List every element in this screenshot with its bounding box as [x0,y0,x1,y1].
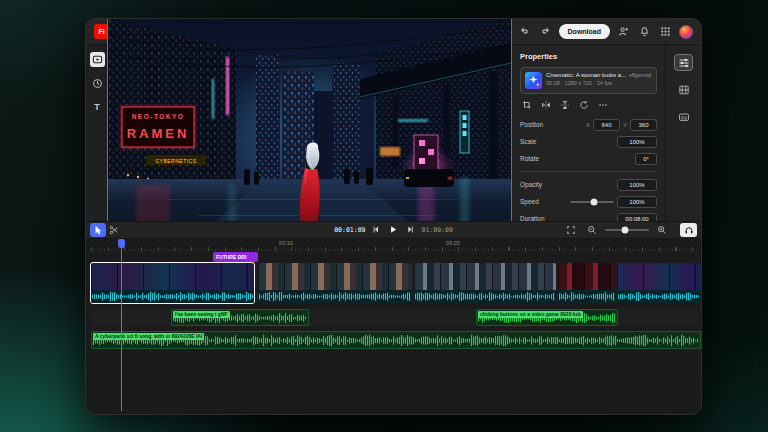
fit-timeline-button[interactable] [563,223,579,237]
share-invite-button[interactable] [616,24,631,39]
scale-input[interactable]: 100% [617,136,657,148]
tune-icon [678,57,690,69]
captions-icon [678,111,690,123]
clip-info: Cinematic: A woman looks a... vffgenvid … [546,72,652,86]
step-forward-icon [406,225,415,234]
ruler-label-20s: 00:20 [446,240,460,246]
step-back-button[interactable] [371,223,383,237]
user-avatar[interactable] [679,25,693,39]
media-panel-button[interactable] [90,52,105,67]
divider [520,171,657,172]
scale-value: 100% [629,139,644,145]
clip-name-suffix: vffgenvid [629,72,651,78]
duration-input[interactable]: 00:08:00 [617,213,657,221]
film-icon [678,84,690,96]
transform-tools-row [521,99,656,110]
x-axis-label: X [586,122,590,128]
step-back-icon [372,225,381,234]
position-y-input[interactable]: 360 [630,119,657,131]
apps-grid-icon [660,26,671,37]
cut-tool-button[interactable] [106,223,122,237]
total-timecode: 01:00:00 [422,226,453,234]
cursor-icon [93,225,103,235]
audio-preview-button[interactable] [680,223,697,237]
undo-button[interactable] [517,24,532,39]
zoom-slider[interactable] [605,229,649,231]
zoom-out-button[interactable] [584,223,600,237]
captions-panel-button[interactable] [674,108,693,125]
video-clip-4-audio-waveform [558,290,615,303]
audio-clip-1[interactable]: I've been seeing t gNF [171,309,309,326]
music-clip-label: A cyberpunk sci fi song, with or 8924226… [93,333,204,340]
text-tool-button[interactable]: T [90,100,105,115]
more-options-button[interactable] [597,99,608,110]
rotate-input[interactable]: 0° [635,153,657,165]
notifications-button[interactable] [637,24,652,39]
firefly-logo[interactable]: Fi [94,24,109,39]
crop-icon [522,100,532,110]
rotate-icon [579,100,589,110]
sparkle-icon [525,72,542,89]
more-icon [598,100,608,110]
select-tool-button[interactable] [90,223,106,237]
video-clip-1-audio-waveform [91,290,254,303]
speed-slider-knob[interactable] [591,198,598,205]
redo-icon [540,26,551,37]
audio-clip-2[interactable]: clicking buttons on a video game 8920 kz… [476,309,618,326]
position-x-input[interactable]: 640 [593,119,620,131]
crop-button[interactable] [521,99,532,110]
history-panel-button[interactable] [90,76,105,91]
zoom-out-icon [587,225,597,235]
title-clip[interactable]: FUTURE DRI [213,252,258,262]
music-track: A cyberpunk sci fi song, with or 8924226… [91,331,701,349]
flip-horizontal-button[interactable] [540,99,551,110]
timeline-ruler[interactable]: 00:10 00:20 [91,239,699,251]
desktop-background: Fi Video editor (beta) Future Drift V1 /… [0,0,768,432]
redo-button[interactable] [538,24,553,39]
fit-icon [566,225,576,235]
video-clip-2-audio-waveform [258,290,412,303]
properties-panel-button[interactable] [674,54,693,71]
rotate-button[interactable] [578,99,589,110]
step-forward-button[interactable] [405,223,417,237]
timeline-toolbar: 00:01:09 01:00:00 [86,221,701,239]
video-clip-4[interactable] [558,263,615,303]
media-icon [92,54,103,65]
transport-controls: 00:01:09 01:00:00 [334,223,453,237]
audio-clip-2-label: clicking buttons on a video game 8920 kz… [478,311,583,318]
video-clip-5[interactable] [617,263,701,303]
properties-title: Properties [520,52,657,61]
timeline[interactable]: 00:10 00:20 FUTURE DRI [86,239,701,415]
flip-vertical-button[interactable] [559,99,570,110]
video-preview-frame[interactable]: NEO-TOKYO RAMEN CYBERNETICS [108,19,511,246]
timeline-zoom-controls [563,223,697,237]
play-button[interactable] [388,223,400,237]
video-clip-2[interactable] [258,263,412,303]
video-clip-1-selected[interactable] [91,263,254,303]
neon-sign-cybernetics: CYBERNETICS [155,158,196,164]
video-clip-2-thumbnails [258,263,412,290]
zoom-in-button[interactable] [654,223,670,237]
speed-input[interactable]: 100% [617,196,657,208]
download-button[interactable]: Download [559,24,610,39]
speed-row: Speed 100% [520,193,657,210]
rotate-label: Rotate [520,155,539,162]
right-toolbar [665,45,701,221]
opacity-value: 100% [629,182,644,188]
opacity-input[interactable]: 100% [617,179,657,191]
music-clip[interactable]: A cyberpunk sci fi song, with or 8924226… [91,331,701,349]
video-clip-3[interactable] [414,263,556,303]
selected-clip-card[interactable]: Cinematic: A woman looks a... vffgenvid … [520,67,657,94]
media-properties-button[interactable] [674,81,693,98]
person-add-icon [618,26,629,37]
position-y-value: 360 [638,122,648,128]
flip-horizontal-icon [541,100,551,110]
y-axis-label: Y [623,122,627,128]
video-clip-3-thumbnails [414,263,556,290]
video-clip-5-thumbnails [617,263,701,290]
zoom-slider-knob[interactable] [621,226,628,233]
opacity-label: Opacity [520,181,542,188]
speed-slider[interactable] [570,201,614,203]
apps-grid-button[interactable] [658,24,673,39]
main-area: T [86,45,701,221]
